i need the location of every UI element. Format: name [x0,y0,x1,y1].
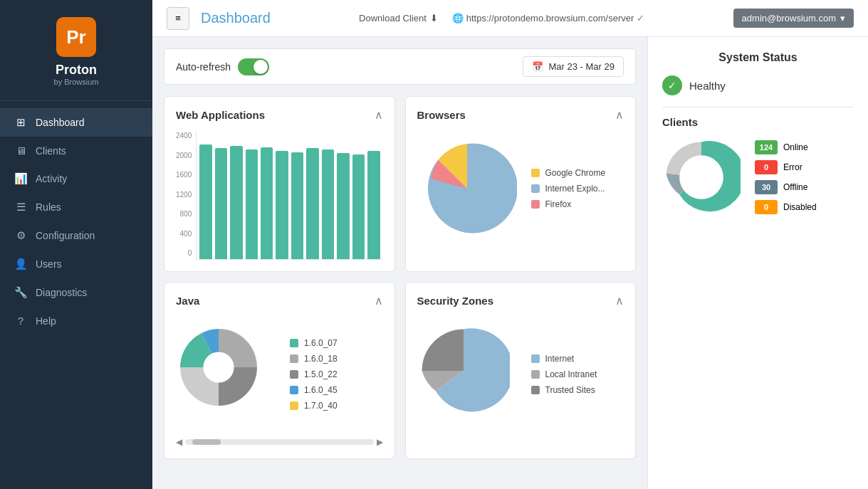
download-client-link[interactable]: Download Client ⬇ [359,13,438,23]
trusted-sites-dot [531,386,540,394]
bar [246,149,258,259]
sidebar-item-label: Activity [36,173,67,184]
widget-header: Browsers ∧ [417,108,624,122]
svg-point-1 [679,155,723,199]
svg-point-0 [203,352,234,382]
auto-refresh-toggle[interactable] [238,58,269,75]
collapse-button[interactable]: ∧ [615,108,624,122]
system-status-title: System Status [662,51,854,64]
web-applications-widget: Web Applications ∧ 2400 2000 1600 1200 8… [164,96,395,272]
legend-item: 1.5.0_22 [290,369,338,379]
server-url-text: https://protondemo.browsium.com/server [466,13,634,23]
client-item-error: 0 Error [755,160,817,174]
browsers-pie-chart [417,139,517,238]
j4-dot [290,386,298,394]
bar [199,144,211,259]
sidebar-item-label: Users [36,258,62,270]
client-item-online: 124 Online [755,140,817,154]
status-text: Healthy [689,80,726,92]
firefox-dot [531,200,540,209]
sidebar-item-users[interactable]: 👤 Users [0,250,152,278]
globe-icon: 🌐 [452,13,464,23]
bar [291,152,303,260]
server-url-link[interactable]: 🌐 https://protondemo.browsium.com/server… [452,13,645,23]
offline-badge: 30 [755,180,778,194]
scroll-bar: ◀ ▶ [176,437,383,447]
sidebar-item-diagnostics[interactable]: 🔧 Diagnostics [0,278,152,307]
calendar-icon: 📅 [532,61,543,72]
sidebar-item-label: Diagnostics [36,287,87,298]
clients-section: 124 Online 0 Error 30 Offline 0 Disabled [662,138,854,216]
sidebar-item-help[interactable]: ? Help [0,307,152,335]
auto-refresh-control: Auto-refresh [176,58,269,75]
bar-chart: 2400 2000 1600 1200 800 400 0 [176,132,383,260]
hamburger-icon: ≡ [175,13,181,23]
sidebar-item-label: Dashboard [36,117,85,128]
legend-item: 1.6.0_07 [290,338,338,348]
legend-item: Google Chrome [531,168,606,178]
right-panel: System Status ✓ Healthy Clients [647,37,868,489]
bar [261,147,273,260]
scroll-track[interactable] [185,439,374,445]
security-zones-pie-section: Internet Local Intranet Trusted Sites [417,317,624,431]
widget-title: Browsers [417,109,466,121]
disabled-badge: 0 [755,200,778,214]
date-range-picker[interactable]: 📅 Mar 23 - Mar 29 [523,56,624,77]
sidebar-item-label: Rules [36,201,61,213]
divider [662,107,854,107]
legend-item: Internet [531,354,597,364]
content-area: Auto-refresh 📅 Mar 23 - Mar 29 Web Appli… [152,37,868,489]
menu-button[interactable]: ≡ [167,7,189,30]
sidebar-item-configuration[interactable]: ⚙ Configuration [0,221,152,250]
sidebar-item-clients[interactable]: 🖥 Clients [0,137,152,164]
sidebar-logo: Pr Proton by Browsium [0,0,152,101]
collapse-button[interactable]: ∧ [615,294,624,307]
config-icon: ⚙ [14,229,27,242]
toggle-knob [253,60,268,74]
sidebar: Pr Proton by Browsium ⊞ Dashboard 🖥 Clie… [0,0,152,489]
local-intranet-label: Local Intranet [545,369,597,379]
bar [306,148,318,259]
offline-label: Offline [783,182,807,192]
j1-dot [290,339,298,347]
legend-item: Internet Explo... [531,184,606,194]
scroll-right-button[interactable]: ▶ [377,437,383,447]
scroll-left-button[interactable]: ◀ [176,437,182,447]
sidebar-item-dashboard[interactable]: ⊞ Dashboard [0,108,152,137]
clients-legend: 124 Online 0 Error 30 Offline 0 Disabled [755,140,817,214]
auto-refresh-label: Auto-refresh [176,61,231,73]
legend-item: Local Intranet [531,369,597,379]
client-item-disabled: 0 Disabled [755,200,817,214]
sidebar-item-label: Help [36,315,56,327]
sidebar-item-rules[interactable]: ☰ Rules [0,193,152,221]
firefox-label: Firefox [545,199,572,209]
clients-donut-chart [662,138,741,216]
topbar-center: Download Client ⬇ 🌐 https://protondemo.b… [282,13,722,23]
dropdown-arrow-icon: ▾ [840,13,845,23]
bars-container [196,132,382,260]
security-zones-legend: Internet Local Intranet Trusted Sites [531,354,597,395]
j2-dot [290,354,298,363]
j5-dot [290,401,298,410]
j3-dot [290,370,298,379]
collapse-button[interactable]: ∧ [375,294,383,307]
security-zones-pie-chart [417,325,517,424]
user-label: admin@browsium.com [742,13,836,23]
widget-title: Security Zones [417,295,494,307]
error-label: Error [783,162,802,172]
trusted-sites-label: Trusted Sites [545,385,595,395]
widget-header: Security Zones ∧ [417,294,624,307]
collapse-button[interactable]: ∧ [375,108,383,122]
j2-label: 1.6.0_18 [304,354,338,364]
security-zones-widget: Security Zones ∧ [405,282,637,459]
download-icon: ⬇ [430,13,438,23]
user-menu[interactable]: admin@browsium.com ▾ [733,9,854,28]
sidebar-item-activity[interactable]: 📊 Activity [0,164,152,193]
clients-title: Clients [662,116,854,128]
logo-icon: Pr [56,17,96,57]
logo-name: Proton [56,63,97,78]
bar [322,149,334,259]
dashboard-icon: ⊞ [14,116,27,129]
status-row: ✓ Healthy [662,75,854,95]
widget-header: Java ∧ [176,294,383,307]
